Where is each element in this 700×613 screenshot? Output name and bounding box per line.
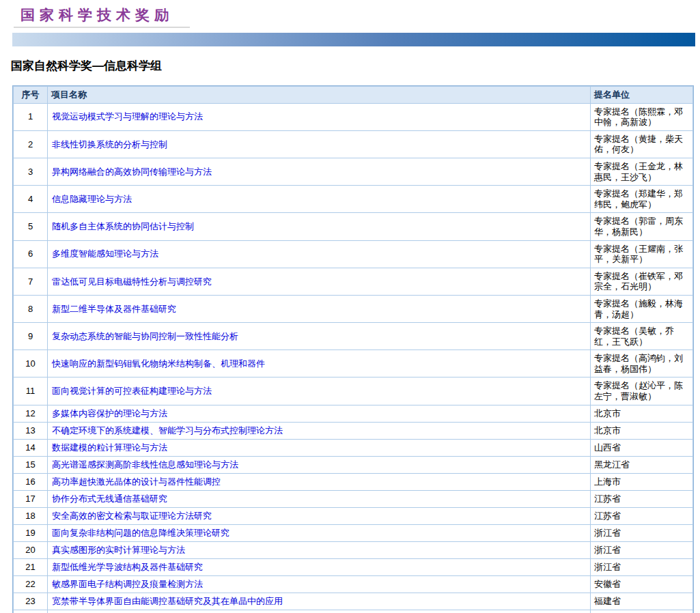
row-number-cell: 12: [14, 405, 48, 422]
project-title-cell: 协作分布式无线通信基础研究: [48, 490, 591, 507]
nominator-cell: 黑龙江省: [591, 456, 693, 473]
project-link[interactable]: 复杂动态系统的智能与协同控制一致性性能分析: [52, 331, 238, 341]
row-number-cell: 9: [14, 323, 48, 350]
row-number-cell: 17: [14, 490, 48, 507]
project-link[interactable]: 快速响应的新型钨钼氧化物纳米结构制备、机理和器件: [52, 358, 265, 369]
project-title-cell: 宽禁带半导体界面自由能调控基础研究及其在单晶中的应用: [48, 593, 591, 610]
project-link[interactable]: 信息隐藏理论与方法: [52, 194, 132, 204]
row-number-cell: 2: [14, 130, 48, 158]
table-row: 8新型二维半导体及器件基础研究专家提名（施毅，林海青，汤超）: [14, 295, 693, 322]
project-link[interactable]: 协作分布式无线通信基础研究: [52, 494, 167, 504]
project-title-cell: 不确定环境下的系统建模、智能学习与分布式控制理论方法: [48, 422, 591, 439]
table-row: 16高功率超快激光晶体的设计与器件性能调控上海市: [14, 473, 693, 490]
project-link[interactable]: 高功率超快激光晶体的设计与器件性能调控: [52, 476, 221, 487]
row-number-cell: 24: [14, 610, 48, 613]
nominator-cell: 江苏省: [591, 507, 693, 524]
row-number-cell: 7: [14, 268, 48, 295]
column-header-nominator: 提名单位: [591, 87, 693, 104]
nominator-cell: 湖北省: [591, 610, 693, 613]
project-link[interactable]: 敏感界面电子结构调控及痕量检测方法: [52, 579, 203, 589]
row-number-cell: 10: [14, 350, 48, 377]
project-title-cell: 新型低维光学导波结构及器件基础研究: [48, 558, 591, 575]
project-link[interactable]: 随机多自主体系统的协同估计与控制: [52, 221, 194, 231]
nominator-cell: 专家提名（郑建华，郑纬民，鲍虎军）: [591, 186, 693, 213]
table-row: 17协作分布式无线通信基础研究江苏省: [14, 490, 693, 507]
table-row: 22敏感界面电子结构调控及痕量检测方法安徽省: [14, 575, 693, 593]
nominator-cell: 专家提名（王金龙，林惠民，王沙飞）: [591, 158, 693, 185]
table-row: 3异构网络融合的高效协同传输理论与方法专家提名（王金龙，林惠民，王沙飞）: [14, 158, 693, 185]
table-row: 19面向复杂非结构问题的信息降维决策理论研究浙江省: [14, 524, 693, 541]
project-title-cell: 敏感界面电子结构调控及痕量检测方法: [48, 575, 591, 593]
project-title-cell: 高光谱遥感探测高阶非线性信息感知理论与方法: [48, 456, 591, 473]
project-link[interactable]: 宽禁带半导体界面自由能调控基础研究及其在单晶中的应用: [52, 596, 283, 606]
project-link[interactable]: 异构网络融合的高效协同传输理论与方法: [52, 167, 212, 177]
project-link[interactable]: 视觉运动模式学习与理解的理论与方法: [52, 111, 203, 122]
project-link[interactable]: 真实感图形的实时计算理论与方法: [52, 545, 185, 555]
nominator-cell: 专家提名（施毅，林海青，汤超）: [591, 295, 693, 322]
page: 国家科学技术奖励 国家自然科学奖—信息科学组 序号 项目名称 提名单位 1视觉运…: [0, 5, 700, 613]
project-title-cell: 面向复杂非结构问题的信息降维决策理论研究: [48, 524, 591, 541]
project-link[interactable]: 面向复杂非结构问题的信息降维决策理论研究: [52, 528, 229, 538]
project-link[interactable]: 不确定环境下的系统建模、智能学习与分布式控制理论方法: [52, 425, 283, 436]
row-number-cell: 5: [14, 213, 48, 240]
table-row: 6多维度智能感知理论与方法专家提名（王耀南，张平，关新平）: [14, 240, 693, 268]
project-link[interactable]: 安全高效的密文检索与取证理论方法研究: [52, 511, 212, 521]
table-row: 4信息隐藏理论与方法专家提名（郑建华，郑纬民，鲍虎军）: [14, 186, 693, 213]
project-title-cell: 随机多自主体系统的协同估计与控制: [48, 213, 591, 240]
project-link[interactable]: 非线性切换系统的分析与控制: [52, 139, 167, 149]
project-title-cell: 复杂动态系统的智能与协同控制一致性性能分析: [48, 323, 591, 350]
row-number-cell: 1: [14, 103, 48, 130]
project-link[interactable]: 多媒体内容保护的理论与方法: [52, 408, 167, 418]
table-header: 序号 项目名称 提名单位: [14, 87, 693, 104]
nominator-cell: 山西省: [591, 439, 693, 456]
project-title-cell: 面向视觉计算的可控表征构建理论与方法: [48, 377, 591, 405]
project-link[interactable]: 多维度智能感知理论与方法: [52, 248, 158, 259]
nominator-cell: 江苏省: [591, 490, 693, 507]
project-link[interactable]: 数据建模的粒计算理论与方法: [52, 442, 167, 453]
page-title: 国家自然科学奖—信息科学组: [11, 58, 700, 74]
project-title-cell: 雷达低可见目标电磁特性分析与调控研究: [48, 268, 591, 295]
row-number-cell: 21: [14, 558, 48, 575]
nominator-cell: 专家提名（赵沁平，陈左宁，曹淑敏）: [591, 377, 693, 405]
nominator-cell: 浙江省: [591, 524, 693, 541]
project-title-cell: 非线性切换系统的分析与控制: [48, 130, 591, 158]
row-number-cell: 13: [14, 422, 48, 439]
project-link[interactable]: 雷达低可见目标电磁特性分析与调控研究: [52, 276, 212, 287]
logo-underline: [14, 27, 190, 28]
table-row: 5随机多自主体系统的协同估计与控制专家提名（郭雷，周东华，杨新民）: [14, 213, 693, 240]
project-link[interactable]: 新型低维光学导波结构及器件基础研究: [52, 562, 203, 572]
award-table-wrapper: 序号 项目名称 提名单位 1视觉运动模式学习与理解的理论与方法专家提名（陈熙霖，…: [12, 85, 694, 613]
row-number-cell: 20: [14, 541, 48, 558]
row-number-cell: 8: [14, 295, 48, 322]
nominator-cell: 浙江省: [591, 558, 693, 575]
table-row: 10快速响应的新型钨钼氧化物纳米结构制备、机理和器件专家提名（高鸿钧，刘益春，杨…: [14, 350, 693, 377]
row-number-cell: 19: [14, 524, 48, 541]
project-link[interactable]: 面向视觉计算的可控表征构建理论与方法: [52, 386, 212, 396]
project-title-cell: 真实感图形的实时计算理论与方法: [48, 541, 591, 558]
table-row: 23宽禁带半导体界面自由能调控基础研究及其在单晶中的应用福建省: [14, 593, 693, 610]
column-header-project: 项目名称: [48, 87, 591, 104]
nominator-cell: 专家提名（崔铁军，邓宗全，石光明）: [591, 268, 693, 295]
table-row: 20真实感图形的实时计算理论与方法浙江省: [14, 541, 693, 558]
project-link[interactable]: 高光谱遥感探测高阶非线性信息感知理论与方法: [52, 459, 238, 470]
row-number-cell: 14: [14, 439, 48, 456]
nominator-cell: 专家提名（王耀南，张平，关新平）: [591, 240, 693, 268]
row-number-cell: 18: [14, 507, 48, 524]
nominator-cell: 专家提名（陈熙霖，邓中翰，高新波）: [591, 103, 693, 130]
table-row: 1视觉运动模式学习与理解的理论与方法专家提名（陈熙霖，邓中翰，高新波）: [14, 103, 693, 130]
award-table: 序号 项目名称 提名单位 1视觉运动模式学习与理解的理论与方法专家提名（陈熙霖，…: [13, 86, 693, 613]
table-row: 18安全高效的密文检索与取证理论方法研究江苏省: [14, 507, 693, 524]
site-logo: 国家科学技术奖励: [20, 5, 700, 25]
nominator-cell: 安徽省: [591, 575, 693, 593]
table-row: 14数据建模的粒计算理论与方法山西省: [14, 439, 693, 456]
nominator-cell: 专家提名（郭雷，周东华，杨新民）: [591, 213, 693, 240]
row-number-cell: 23: [14, 593, 48, 610]
project-title-cell: 高功率超快激光晶体的设计与器件性能调控: [48, 473, 591, 490]
row-number-cell: 6: [14, 240, 48, 268]
project-link[interactable]: 新型二维半导体及器件基础研究: [52, 304, 176, 314]
table-row: 13不确定环境下的系统建模、智能学习与分布式控制理论方法北京市: [14, 422, 693, 439]
project-title-cell: 异构网络融合的高效协同传输理论与方法: [48, 158, 591, 185]
project-title-cell: 多媒体内容保护的理论与方法: [48, 405, 591, 422]
row-number-cell: 3: [14, 158, 48, 185]
nominator-cell: 专家提名（高鸿钧，刘益春，杨国伟）: [591, 350, 693, 377]
